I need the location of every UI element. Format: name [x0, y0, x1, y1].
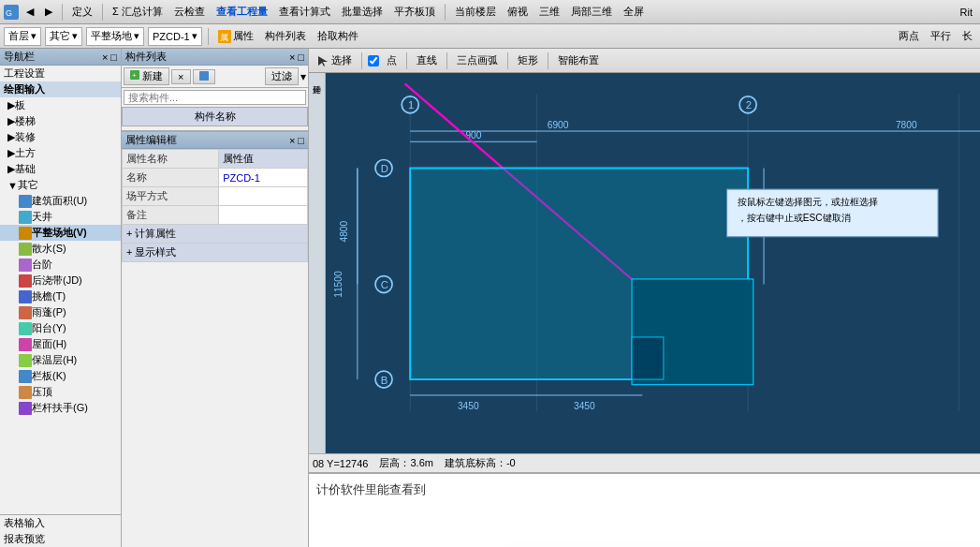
prop-value-1[interactable] — [219, 187, 308, 206]
svg-text:，按右键中止或ESC键取消: ，按右键中止或ESC键取消 — [738, 213, 851, 223]
nav-ban[interactable]: ▶ 板 — [0, 97, 121, 113]
top-view-btn[interactable]: 俯视 — [504, 3, 532, 21]
search-area — [122, 88, 308, 107]
ground-dropdown[interactable]: 平整场地▾ — [86, 27, 144, 46]
nav-tiaoyan[interactable]: 挑檐(T) — [0, 288, 121, 304]
svg-text:2: 2 — [746, 99, 752, 111]
filter-btn[interactable]: 过滤 — [265, 67, 299, 85]
fullscreen-btn[interactable]: 全屏 — [620, 3, 648, 21]
svg-rect-5 — [19, 211, 32, 224]
prop-value-2[interactable] — [219, 206, 308, 225]
parallel-btn[interactable]: 平行 — [927, 27, 955, 45]
select-tool[interactable]: 选择 — [313, 52, 356, 69]
arc-tool[interactable]: 三点画弧 — [453, 52, 502, 69]
rect-tool[interactable]: 矩形 — [514, 52, 542, 69]
nav-tianjing[interactable]: 天井 — [0, 209, 121, 225]
view-calc-btn[interactable]: 查看计算式 — [275, 3, 334, 21]
cloud-btn[interactable]: 云检查 — [170, 3, 209, 21]
draw-sep5 — [548, 52, 549, 69]
svg-rect-9 — [19, 274, 32, 288]
nav-wumian[interactable]: 屋面(H) — [0, 336, 121, 352]
right-toolbar-btns: 两点 平行 长 — [895, 27, 976, 45]
nav-pingzheng[interactable]: 平整场地(V) — [0, 225, 121, 241]
code-dropdown[interactable]: PZCD-1▾ — [148, 27, 202, 46]
svg-rect-6 — [19, 227, 32, 240]
svg-rect-20 — [199, 71, 209, 81]
nav-jichu[interactable]: ▶ 基础 — [0, 161, 121, 177]
svg-rect-14 — [19, 354, 32, 367]
pick-btn[interactable]: 拾取构件 — [314, 27, 362, 45]
current-floor-btn[interactable]: 当前楼层 — [451, 3, 500, 21]
nav-yupeng[interactable]: 雨蓬(P) — [0, 304, 121, 320]
draw-sep1 — [361, 52, 362, 69]
middle-panel: 构件列表 × □ + 新建 × 过滤 ▾ — [122, 49, 309, 547]
draw-sep4 — [507, 52, 508, 69]
nav-baowen[interactable]: 保温层(H) — [0, 352, 121, 368]
prop-panel-label: 属性编辑框 — [125, 133, 177, 147]
nav-table-input[interactable]: 表格输入 — [0, 514, 121, 531]
define-btn[interactable]: 定义 — [68, 3, 96, 21]
batch-select-btn[interactable]: 批量选择 — [338, 3, 387, 21]
other-dropdown[interactable]: 其它▾ — [45, 27, 82, 46]
back-btn[interactable]: ◀ — [22, 4, 37, 20]
nav-zhuangxiu[interactable]: ▶ 装修 — [0, 129, 121, 145]
sep1 — [62, 4, 63, 21]
nav-yangtai[interactable]: 阳台(Y) — [0, 320, 121, 336]
copy-component-btn[interactable] — [193, 69, 215, 84]
nav-lanban[interactable]: 栏板(K) — [0, 368, 121, 384]
cad-drawing: 1 2 3 D C B 6900 7800 — [326, 73, 980, 453]
prop-panel: 属性编辑框 × □ 属性名称 属性值 名称 PZCD-1 场平方式 — [122, 130, 308, 262]
svg-text:+: + — [132, 71, 137, 80]
view-qty-btn[interactable]: 查看工程量 — [212, 3, 271, 21]
smart-tool[interactable]: 智能布置 — [554, 52, 603, 69]
nav-drawing-input[interactable]: 绘图输入 — [0, 81, 121, 97]
nav-sanshui[interactable]: 散水(S) — [0, 241, 121, 257]
line-tool[interactable]: 直线 — [413, 52, 441, 69]
floor-dropdown[interactable]: 首层▾ — [4, 27, 41, 46]
align-top-btn[interactable]: 平齐板顶 — [390, 3, 439, 21]
nav-louti[interactable]: ▶ 楼梯 — [0, 113, 121, 129]
length-btn[interactable]: 长 — [958, 27, 976, 45]
nav-report-preview[interactable]: 报表预览 — [0, 531, 121, 547]
nav-houjiaodai[interactable]: 后浇带(JD) — [0, 273, 121, 288]
stretch-btn[interactable]: 延伸 — [309, 77, 325, 81]
attr-btn[interactable]: 属 属性 — [214, 27, 257, 45]
nav-taijie[interactable]: 台阶 — [0, 257, 121, 273]
point-tool[interactable]: 点 — [383, 52, 401, 69]
rit-btn[interactable]: Rit — [957, 5, 976, 20]
base-elevation-display: 建筑底标高：-0 — [445, 456, 516, 470]
svg-rect-15 — [19, 370, 32, 383]
calc-props-section[interactable]: + 计算属性 — [123, 225, 308, 244]
svg-rect-4 — [19, 195, 32, 208]
prop-name-0: 名称 — [123, 169, 219, 187]
delete-component-btn[interactable]: × — [171, 69, 190, 84]
svg-text:11500: 11500 — [333, 271, 344, 298]
display-style-section[interactable]: + 显示样式 — [123, 244, 308, 262]
nav-langanshoui[interactable]: 栏杆扶手(G) — [0, 400, 121, 416]
twopoints-btn[interactable]: 两点 — [895, 27, 923, 45]
nav-panel-title: 导航栏 × □ — [0, 49, 121, 66]
draw-sep2 — [406, 52, 407, 69]
list-btn[interactable]: 构件列表 — [261, 27, 310, 45]
prop-panel-title: 属性编辑框 × □ — [122, 132, 308, 149]
nav-tree: ▶ 板 ▶ 楼梯 ▶ 装修 ▶ 土方 ▶ 基础 ▼ 其它 建筑面积(U) 天井 … — [0, 97, 121, 514]
search-input[interactable] — [124, 90, 306, 105]
nav-qita[interactable]: ▼ 其它 — [0, 177, 121, 193]
svg-text:6900: 6900 — [548, 120, 569, 130]
svg-text:按鼠标左键选择图元，或拉框选择: 按鼠标左键选择图元，或拉框选择 — [738, 197, 878, 207]
nav-jzmj[interactable]: 建筑面积(U) — [0, 193, 121, 209]
point-checkbox[interactable] — [368, 55, 379, 67]
sum-btn[interactable]: Σ 汇总计算 — [109, 3, 167, 21]
component-list-label: 构件列表 — [125, 50, 167, 64]
nav-engineering-setup[interactable]: 工程设置 — [0, 66, 121, 81]
new-component-btn[interactable]: + 新建 — [124, 67, 169, 85]
3d-btn[interactable]: 三维 — [535, 3, 563, 21]
prop-value-0[interactable]: PZCD-1 — [219, 169, 308, 187]
nav-tufang[interactable]: ▶ 土方 — [0, 145, 121, 161]
prop-name-1: 场平方式 — [123, 187, 219, 206]
nav-yading[interactable]: 压顶 — [0, 384, 121, 400]
forward-btn[interactable]: ▶ — [41, 4, 56, 20]
nav-title-label: 导航栏 — [4, 50, 35, 64]
component-list-title: 构件列表 × □ — [122, 49, 308, 66]
local-3d-btn[interactable]: 局部三维 — [567, 3, 616, 21]
